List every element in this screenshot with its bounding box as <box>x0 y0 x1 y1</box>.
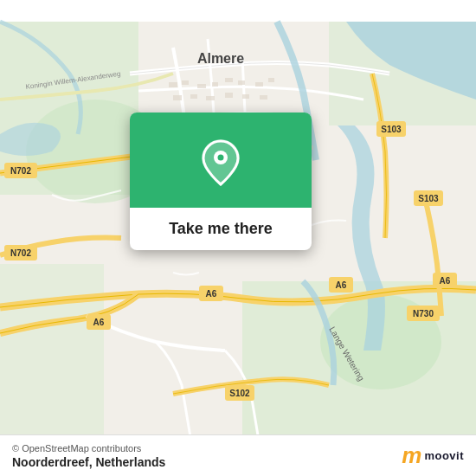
svg-rect-42 <box>260 95 267 100</box>
svg-text:S103: S103 <box>381 125 402 134</box>
svg-text:N702: N702 <box>10 166 31 176</box>
location-pin-icon <box>198 137 243 189</box>
svg-rect-4 <box>0 264 104 454</box>
svg-rect-32 <box>212 82 218 87</box>
svg-text:A6: A6 <box>440 276 451 286</box>
svg-rect-38 <box>190 94 197 99</box>
svg-rect-37 <box>173 95 182 100</box>
osm-credit: © OpenStreetMap contributors <box>12 443 165 453</box>
take-me-there-button[interactable]: Take me there <box>130 208 312 250</box>
svg-rect-29 <box>169 82 177 87</box>
svg-text:A6: A6 <box>336 280 347 290</box>
svg-text:N702: N702 <box>10 248 31 258</box>
svg-text:Almere: Almere <box>197 51 244 66</box>
svg-text:S103: S103 <box>418 194 439 203</box>
svg-rect-30 <box>182 80 189 85</box>
svg-rect-39 <box>206 96 215 100</box>
moovit-logo: m moovit <box>402 442 464 469</box>
moovit-m-letter: m <box>402 442 421 469</box>
location-name: Noorderdreef, Netherlands <box>12 455 165 469</box>
svg-text:N730: N730 <box>413 309 434 318</box>
svg-rect-36 <box>268 78 274 82</box>
popup-green-section <box>130 113 312 208</box>
bottom-bar: © OpenStreetMap contributors Noorderdree… <box>0 434 476 476</box>
moovit-wordmark: moovit <box>424 449 464 462</box>
bottom-left-info: © OpenStreetMap contributors Noorderdree… <box>12 443 165 469</box>
svg-rect-34 <box>238 80 245 85</box>
svg-rect-40 <box>225 93 233 98</box>
map-container: N702 N702 A6 A6 A6 A6 S103 S103 S102 N73… <box>0 0 476 476</box>
svg-text:A6: A6 <box>206 289 217 299</box>
svg-rect-35 <box>255 82 263 87</box>
svg-text:A6: A6 <box>93 318 105 327</box>
svg-rect-33 <box>225 78 233 82</box>
svg-rect-41 <box>242 94 249 99</box>
svg-rect-31 <box>197 84 206 88</box>
svg-point-49 <box>218 155 224 161</box>
popup-card: Take me there <box>130 113 312 250</box>
svg-text:S102: S102 <box>229 389 250 398</box>
